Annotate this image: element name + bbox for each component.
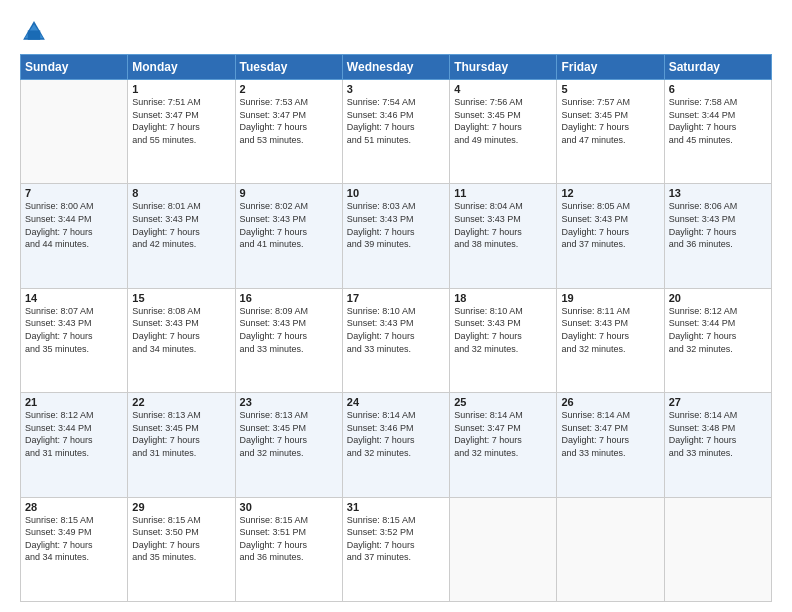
day-info: Sunrise: 8:15 AMSunset: 3:50 PMDaylight:… bbox=[132, 514, 230, 564]
calendar-cell bbox=[21, 80, 128, 184]
day-info: Sunrise: 8:01 AMSunset: 3:43 PMDaylight:… bbox=[132, 200, 230, 250]
day-info: Sunrise: 8:13 AMSunset: 3:45 PMDaylight:… bbox=[132, 409, 230, 459]
day-info: Sunrise: 8:14 AMSunset: 3:47 PMDaylight:… bbox=[561, 409, 659, 459]
calendar-cell: 9Sunrise: 8:02 AMSunset: 3:43 PMDaylight… bbox=[235, 184, 342, 288]
calendar-cell: 2Sunrise: 7:53 AMSunset: 3:47 PMDaylight… bbox=[235, 80, 342, 184]
day-info: Sunrise: 8:10 AMSunset: 3:43 PMDaylight:… bbox=[454, 305, 552, 355]
week-row-5: 28Sunrise: 8:15 AMSunset: 3:49 PMDayligh… bbox=[21, 497, 772, 601]
day-info: Sunrise: 7:54 AMSunset: 3:46 PMDaylight:… bbox=[347, 96, 445, 146]
day-info: Sunrise: 8:12 AMSunset: 3:44 PMDaylight:… bbox=[669, 305, 767, 355]
header-row: SundayMondayTuesdayWednesdayThursdayFrid… bbox=[21, 55, 772, 80]
calendar-cell: 12Sunrise: 8:05 AMSunset: 3:43 PMDayligh… bbox=[557, 184, 664, 288]
calendar-cell: 16Sunrise: 8:09 AMSunset: 3:43 PMDayligh… bbox=[235, 288, 342, 392]
calendar-cell: 25Sunrise: 8:14 AMSunset: 3:47 PMDayligh… bbox=[450, 393, 557, 497]
calendar-cell: 13Sunrise: 8:06 AMSunset: 3:43 PMDayligh… bbox=[664, 184, 771, 288]
day-info: Sunrise: 8:05 AMSunset: 3:43 PMDaylight:… bbox=[561, 200, 659, 250]
day-header-wednesday: Wednesday bbox=[342, 55, 449, 80]
calendar-cell: 19Sunrise: 8:11 AMSunset: 3:43 PMDayligh… bbox=[557, 288, 664, 392]
logo-icon bbox=[20, 18, 48, 46]
day-number: 10 bbox=[347, 187, 445, 199]
day-info: Sunrise: 8:06 AMSunset: 3:43 PMDaylight:… bbox=[669, 200, 767, 250]
calendar-cell: 10Sunrise: 8:03 AMSunset: 3:43 PMDayligh… bbox=[342, 184, 449, 288]
day-number: 17 bbox=[347, 292, 445, 304]
calendar-cell: 4Sunrise: 7:56 AMSunset: 3:45 PMDaylight… bbox=[450, 80, 557, 184]
day-number: 28 bbox=[25, 501, 123, 513]
calendar-cell: 11Sunrise: 8:04 AMSunset: 3:43 PMDayligh… bbox=[450, 184, 557, 288]
day-info: Sunrise: 8:09 AMSunset: 3:43 PMDaylight:… bbox=[240, 305, 338, 355]
week-row-3: 14Sunrise: 8:07 AMSunset: 3:43 PMDayligh… bbox=[21, 288, 772, 392]
calendar-cell: 24Sunrise: 8:14 AMSunset: 3:46 PMDayligh… bbox=[342, 393, 449, 497]
day-number: 30 bbox=[240, 501, 338, 513]
day-number: 19 bbox=[561, 292, 659, 304]
calendar-cell: 30Sunrise: 8:15 AMSunset: 3:51 PMDayligh… bbox=[235, 497, 342, 601]
day-number: 5 bbox=[561, 83, 659, 95]
day-info: Sunrise: 8:14 AMSunset: 3:46 PMDaylight:… bbox=[347, 409, 445, 459]
week-row-2: 7Sunrise: 8:00 AMSunset: 3:44 PMDaylight… bbox=[21, 184, 772, 288]
day-number: 8 bbox=[132, 187, 230, 199]
day-number: 20 bbox=[669, 292, 767, 304]
calendar-cell: 7Sunrise: 8:00 AMSunset: 3:44 PMDaylight… bbox=[21, 184, 128, 288]
calendar-cell: 28Sunrise: 8:15 AMSunset: 3:49 PMDayligh… bbox=[21, 497, 128, 601]
day-header-monday: Monday bbox=[128, 55, 235, 80]
day-info: Sunrise: 7:53 AMSunset: 3:47 PMDaylight:… bbox=[240, 96, 338, 146]
day-info: Sunrise: 7:51 AMSunset: 3:47 PMDaylight:… bbox=[132, 96, 230, 146]
calendar-cell bbox=[557, 497, 664, 601]
day-info: Sunrise: 8:03 AMSunset: 3:43 PMDaylight:… bbox=[347, 200, 445, 250]
day-header-thursday: Thursday bbox=[450, 55, 557, 80]
day-number: 4 bbox=[454, 83, 552, 95]
day-info: Sunrise: 8:14 AMSunset: 3:47 PMDaylight:… bbox=[454, 409, 552, 459]
day-number: 24 bbox=[347, 396, 445, 408]
calendar-cell: 17Sunrise: 8:10 AMSunset: 3:43 PMDayligh… bbox=[342, 288, 449, 392]
day-number: 16 bbox=[240, 292, 338, 304]
day-number: 15 bbox=[132, 292, 230, 304]
day-number: 29 bbox=[132, 501, 230, 513]
day-number: 12 bbox=[561, 187, 659, 199]
day-info: Sunrise: 8:08 AMSunset: 3:43 PMDaylight:… bbox=[132, 305, 230, 355]
week-row-4: 21Sunrise: 8:12 AMSunset: 3:44 PMDayligh… bbox=[21, 393, 772, 497]
calendar-cell: 1Sunrise: 7:51 AMSunset: 3:47 PMDaylight… bbox=[128, 80, 235, 184]
day-info: Sunrise: 8:04 AMSunset: 3:43 PMDaylight:… bbox=[454, 200, 552, 250]
day-number: 6 bbox=[669, 83, 767, 95]
day-info: Sunrise: 8:00 AMSunset: 3:44 PMDaylight:… bbox=[25, 200, 123, 250]
day-number: 9 bbox=[240, 187, 338, 199]
logo bbox=[20, 18, 52, 46]
day-info: Sunrise: 8:15 AMSunset: 3:49 PMDaylight:… bbox=[25, 514, 123, 564]
day-info: Sunrise: 8:13 AMSunset: 3:45 PMDaylight:… bbox=[240, 409, 338, 459]
day-info: Sunrise: 8:14 AMSunset: 3:48 PMDaylight:… bbox=[669, 409, 767, 459]
day-info: Sunrise: 7:57 AMSunset: 3:45 PMDaylight:… bbox=[561, 96, 659, 146]
week-row-1: 1Sunrise: 7:51 AMSunset: 3:47 PMDaylight… bbox=[21, 80, 772, 184]
calendar-cell: 31Sunrise: 8:15 AMSunset: 3:52 PMDayligh… bbox=[342, 497, 449, 601]
day-info: Sunrise: 8:07 AMSunset: 3:43 PMDaylight:… bbox=[25, 305, 123, 355]
day-number: 14 bbox=[25, 292, 123, 304]
day-header-friday: Friday bbox=[557, 55, 664, 80]
calendar-cell: 14Sunrise: 8:07 AMSunset: 3:43 PMDayligh… bbox=[21, 288, 128, 392]
day-number: 2 bbox=[240, 83, 338, 95]
day-info: Sunrise: 8:02 AMSunset: 3:43 PMDaylight:… bbox=[240, 200, 338, 250]
calendar-cell: 22Sunrise: 8:13 AMSunset: 3:45 PMDayligh… bbox=[128, 393, 235, 497]
day-number: 11 bbox=[454, 187, 552, 199]
calendar-cell: 3Sunrise: 7:54 AMSunset: 3:46 PMDaylight… bbox=[342, 80, 449, 184]
day-number: 31 bbox=[347, 501, 445, 513]
day-header-tuesday: Tuesday bbox=[235, 55, 342, 80]
calendar-cell: 8Sunrise: 8:01 AMSunset: 3:43 PMDaylight… bbox=[128, 184, 235, 288]
day-number: 18 bbox=[454, 292, 552, 304]
calendar-cell: 23Sunrise: 8:13 AMSunset: 3:45 PMDayligh… bbox=[235, 393, 342, 497]
calendar-cell bbox=[664, 497, 771, 601]
day-info: Sunrise: 8:15 AMSunset: 3:51 PMDaylight:… bbox=[240, 514, 338, 564]
calendar-cell: 18Sunrise: 8:10 AMSunset: 3:43 PMDayligh… bbox=[450, 288, 557, 392]
calendar-cell bbox=[450, 497, 557, 601]
calendar-cell: 29Sunrise: 8:15 AMSunset: 3:50 PMDayligh… bbox=[128, 497, 235, 601]
day-number: 22 bbox=[132, 396, 230, 408]
day-number: 26 bbox=[561, 396, 659, 408]
calendar-cell: 20Sunrise: 8:12 AMSunset: 3:44 PMDayligh… bbox=[664, 288, 771, 392]
day-number: 21 bbox=[25, 396, 123, 408]
day-header-saturday: Saturday bbox=[664, 55, 771, 80]
day-info: Sunrise: 8:11 AMSunset: 3:43 PMDaylight:… bbox=[561, 305, 659, 355]
page: SundayMondayTuesdayWednesdayThursdayFrid… bbox=[0, 0, 792, 612]
svg-rect-2 bbox=[28, 30, 40, 39]
calendar-cell: 26Sunrise: 8:14 AMSunset: 3:47 PMDayligh… bbox=[557, 393, 664, 497]
calendar-cell: 5Sunrise: 7:57 AMSunset: 3:45 PMDaylight… bbox=[557, 80, 664, 184]
day-number: 23 bbox=[240, 396, 338, 408]
day-info: Sunrise: 8:10 AMSunset: 3:43 PMDaylight:… bbox=[347, 305, 445, 355]
day-number: 1 bbox=[132, 83, 230, 95]
